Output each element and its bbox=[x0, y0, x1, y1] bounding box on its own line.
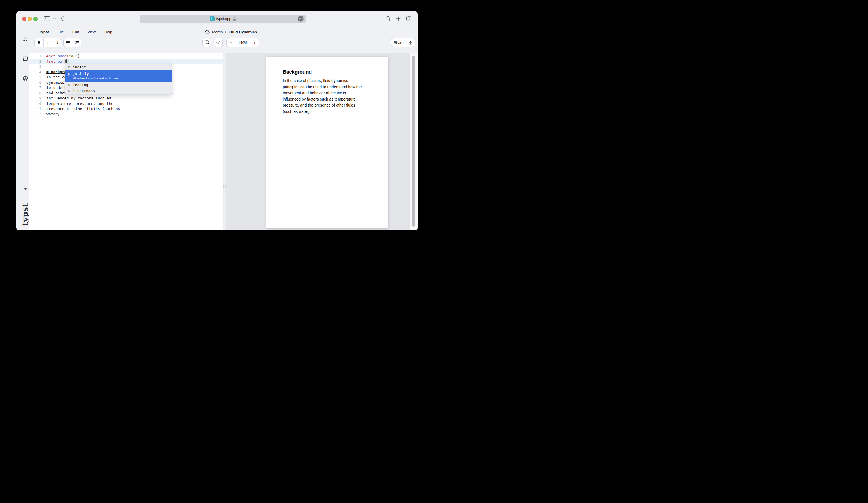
parameter-kind-glyph: p bbox=[68, 83, 70, 87]
preview-body: In the case of glaciers, fluid dynamicsp… bbox=[283, 78, 373, 115]
lock-icon bbox=[233, 17, 236, 21]
bullet-list-button[interactable] bbox=[63, 39, 72, 47]
menu-item-typst[interactable]: Typst bbox=[39, 30, 49, 34]
line-number: 8 bbox=[29, 91, 41, 96]
app-grid-icon[interactable] bbox=[23, 37, 28, 42]
autocomplete-label: indent bbox=[73, 65, 86, 69]
menu-item-view[interactable]: View bbox=[87, 30, 96, 34]
autocomplete-item-linebreaks[interactable]: plinebreaks bbox=[65, 88, 172, 94]
download-icon bbox=[409, 41, 413, 45]
page-settings-button[interactable] bbox=[298, 16, 304, 22]
typst-logo: typst bbox=[21, 203, 30, 226]
breadcrumb-separator: › bbox=[225, 30, 227, 34]
line-number: 12 bbox=[29, 112, 41, 117]
parameter-kind-glyph: p bbox=[68, 88, 70, 93]
editor-toolbar: B I U 1 2 bbox=[16, 38, 418, 47]
cloud-icon bbox=[205, 30, 210, 34]
parameter-kind-glyph: p bbox=[68, 65, 70, 69]
preview-scrollbar-track[interactable] bbox=[410, 53, 418, 230]
line-number: 2 bbox=[29, 59, 41, 64]
code-text: temperature, pressure, and the bbox=[46, 101, 113, 106]
menu-item-edit[interactable]: Edit bbox=[72, 30, 79, 34]
screen-background: t typst.app bbox=[0, 0, 434, 251]
autocomplete-item-leading[interactable]: pleading bbox=[65, 82, 172, 88]
zoom-control-group: − 140% + bbox=[226, 38, 259, 47]
code-line-9[interactable]: 9influenced by factors such as bbox=[29, 96, 223, 101]
numbered-list-button[interactable]: 1 2 bbox=[72, 39, 81, 47]
code-text: influenced by factors such as bbox=[46, 96, 111, 101]
line-number: 4 bbox=[29, 70, 41, 75]
autocomplete-item-indent[interactable]: pindent bbox=[65, 64, 172, 70]
app-menu-row: TypstFileEditViewHelp Martin › Fluid Dyn… bbox=[16, 28, 418, 35]
sidebar-toggle-icon[interactable] bbox=[44, 16, 50, 21]
compile-status-button[interactable] bbox=[214, 38, 223, 47]
menu-item-file[interactable]: File bbox=[58, 30, 64, 34]
pane-resize-handle[interactable] bbox=[223, 185, 226, 189]
autocomplete-item-justify[interactable]: pjustifyWhether to justify text in its l… bbox=[65, 70, 172, 82]
templates-tray-icon[interactable] bbox=[23, 57, 28, 61]
bullet-list-icon bbox=[66, 41, 70, 44]
preview-text-line: (such as water). bbox=[283, 108, 373, 115]
preview-text-line: pressure, and the presence of other flui… bbox=[283, 102, 373, 108]
tab-overview-icon[interactable] bbox=[406, 16, 412, 21]
zoom-out-button[interactable]: − bbox=[227, 39, 235, 47]
help-button[interactable]: ? bbox=[24, 187, 27, 192]
bold-button[interactable]: B bbox=[35, 39, 44, 47]
code-text: water). bbox=[46, 112, 62, 117]
numbered-list-icon: 1 2 bbox=[75, 41, 79, 44]
preview-pane: Background In the case of glaciers, flui… bbox=[226, 53, 418, 230]
preview-scrollbar-thumb[interactable] bbox=[412, 55, 415, 227]
menu-item-help[interactable]: Help bbox=[104, 30, 112, 34]
line-number: 5 bbox=[29, 75, 41, 80]
document-page: Background In the case of glaciers, flui… bbox=[267, 57, 389, 228]
italic-button[interactable]: I bbox=[44, 39, 52, 47]
url-text: typst.app bbox=[216, 17, 231, 21]
code-text: presence of other fluids (such as bbox=[46, 106, 120, 112]
preview-text-line: movement and behavior of the ice is bbox=[283, 90, 373, 96]
share-page-icon[interactable] bbox=[385, 15, 390, 22]
settings-gear-icon[interactable] bbox=[23, 76, 28, 81]
zoom-level-value[interactable]: 140% bbox=[235, 39, 250, 47]
back-button[interactable] bbox=[60, 16, 63, 21]
address-bar[interactable]: t typst.app bbox=[140, 14, 306, 23]
autocomplete-label: leading bbox=[73, 83, 88, 87]
download-button[interactable] bbox=[406, 39, 415, 47]
svg-text:2: 2 bbox=[75, 42, 76, 44]
code-line-12[interactable]: 12water). bbox=[29, 112, 223, 117]
text-style-group: B I U bbox=[34, 38, 61, 47]
preview-text-line: In the case of glaciers, fluid dynamics bbox=[283, 78, 373, 84]
autocomplete-popup: pindentpjustifyWhether to justify text i… bbox=[65, 63, 172, 94]
site-favicon: t bbox=[210, 16, 215, 21]
left-rail: ? bbox=[16, 26, 29, 230]
breadcrumb-document-title[interactable]: Fluid Dynamics bbox=[229, 30, 257, 34]
checkmark-icon bbox=[216, 41, 220, 44]
minimize-window-button[interactable] bbox=[28, 17, 32, 21]
app-menubar: TypstFileEditViewHelp bbox=[39, 28, 112, 35]
breadcrumb: Martin › Fluid Dynamics bbox=[205, 28, 257, 35]
line-number: 9 bbox=[29, 96, 41, 101]
line-number: 6 bbox=[29, 80, 41, 85]
pane-divider bbox=[223, 53, 226, 230]
parameter-kind-glyph: p bbox=[68, 72, 70, 76]
share-group: Share bbox=[391, 38, 415, 47]
comments-button[interactable] bbox=[202, 38, 211, 47]
new-tab-icon[interactable] bbox=[396, 16, 401, 21]
code-text: #set page("a6") bbox=[46, 54, 80, 59]
chevron-down-icon[interactable] bbox=[53, 18, 55, 20]
zoom-in-button[interactable]: + bbox=[250, 39, 259, 47]
zoom-window-button[interactable] bbox=[33, 17, 38, 21]
list-style-group: 1 2 bbox=[63, 38, 81, 47]
code-line-11[interactable]: 11presence of other fluids (such as bbox=[29, 106, 223, 112]
autocomplete-label: justify bbox=[73, 72, 89, 76]
code-line-1[interactable]: 1#set page("a6") bbox=[29, 54, 223, 59]
preview-heading: Background bbox=[283, 69, 312, 75]
autocomplete-description: Whether to justify text in its line. bbox=[73, 76, 169, 80]
code-line-10[interactable]: 10temperature, pressure, and the bbox=[29, 101, 223, 106]
comment-bubble-icon bbox=[205, 40, 209, 45]
share-button[interactable]: Share bbox=[391, 39, 406, 47]
close-window-button[interactable] bbox=[22, 17, 26, 21]
underline-button[interactable]: U bbox=[52, 39, 61, 47]
line-number: 3 bbox=[29, 64, 41, 70]
breadcrumb-workspace[interactable]: Martin bbox=[212, 30, 223, 34]
preview-text-line: influenced by factors such as temperatur… bbox=[283, 96, 373, 103]
